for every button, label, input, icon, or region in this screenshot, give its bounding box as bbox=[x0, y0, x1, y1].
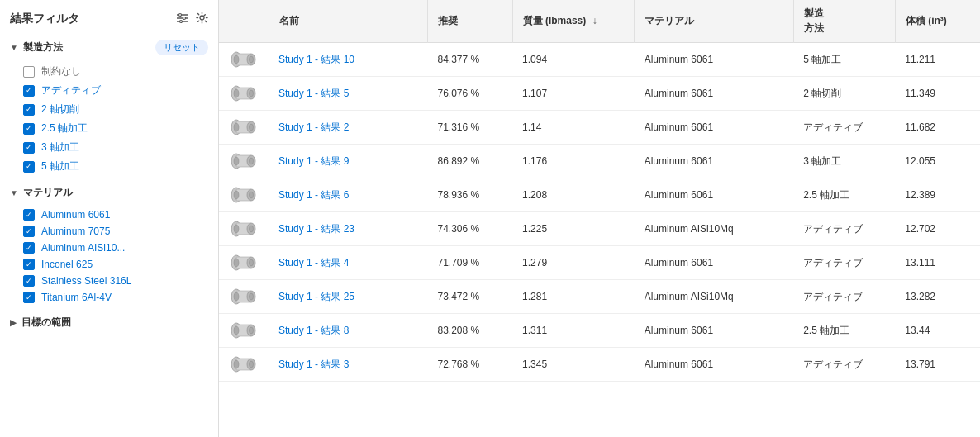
filter-label-alAISi10: Aluminum AISi10... bbox=[41, 242, 125, 254]
cell-icon bbox=[219, 178, 269, 212]
cell-material: Aluminum AISi10Mq bbox=[635, 280, 793, 314]
checkbox-inconel625[interactable] bbox=[23, 259, 35, 270]
cell-name: Study 1 - 結果 10 bbox=[269, 43, 427, 77]
filter-item-5axis[interactable]: 5 軸加工 bbox=[0, 157, 218, 176]
section-objective-header[interactable]: ▶ 目標の範囲 bbox=[0, 311, 218, 335]
svg-point-10 bbox=[234, 55, 239, 64]
filter-item-al6061[interactable]: Aluminum 6061 bbox=[0, 207, 218, 223]
cell-mass: 1.279 bbox=[512, 246, 635, 280]
svg-point-6 bbox=[200, 16, 204, 20]
table-row[interactable]: Study 1 - 結果 471.709 %1.279Aluminum 6061… bbox=[219, 246, 980, 280]
cell-volume: 12.389 bbox=[895, 178, 980, 212]
cell-recommend: 83.208 % bbox=[427, 314, 512, 348]
cell-recommend: 78.936 % bbox=[427, 178, 512, 212]
cell-mass: 1.311 bbox=[512, 314, 635, 348]
checkbox-5axis[interactable] bbox=[23, 161, 35, 173]
filter-item-no-constraint[interactable]: 制約なし bbox=[0, 62, 218, 81]
svg-point-35 bbox=[234, 225, 239, 233]
checkbox-25axis[interactable] bbox=[23, 123, 35, 135]
th-volume[interactable]: 体積 (in³) bbox=[895, 0, 980, 43]
main-content: 名前 推奨 質量 (lbmass) ↓ マテリアル 製造 方法 体積 (in³) bbox=[219, 0, 980, 437]
table-row[interactable]: Study 1 - 結果 2374.306 %1.225Aluminum AIS… bbox=[219, 212, 980, 246]
cell-volume: 11.349 bbox=[895, 77, 980, 111]
checkbox-ti6al4v[interactable] bbox=[23, 292, 35, 303]
svg-point-5 bbox=[180, 20, 183, 22]
table-row[interactable]: Study 1 - 結果 1084.377 %1.094Aluminum 606… bbox=[219, 43, 980, 77]
table-row[interactable]: Study 1 - 結果 678.936 %1.208Aluminum 6061… bbox=[219, 178, 980, 212]
filter-label-no-constraint: 制約なし bbox=[41, 64, 81, 78]
settings-icon[interactable] bbox=[196, 12, 208, 26]
results-table: 名前 推奨 質量 (lbmass) ↓ マテリアル 製造 方法 体積 (in³) bbox=[219, 0, 980, 382]
table-row[interactable]: Study 1 - 結果 883.208 %1.311Aluminum 6061… bbox=[219, 314, 980, 348]
cell-name: Study 1 - 結果 2 bbox=[269, 111, 427, 145]
checkbox-ss316l[interactable] bbox=[23, 275, 35, 287]
section-manufacturing-header[interactable]: ▼ 製造方法 リセット bbox=[0, 35, 218, 60]
cell-volume: 13.282 bbox=[895, 280, 980, 314]
th-mfg: 製造 方法 bbox=[793, 0, 895, 43]
filter-item-al7075[interactable]: Aluminum 7075 bbox=[0, 223, 218, 240]
th-material[interactable]: マテリアル bbox=[635, 0, 793, 43]
checkbox-2axis[interactable] bbox=[23, 104, 35, 116]
checkbox-alAISi10[interactable] bbox=[23, 242, 35, 254]
filter-item-additive[interactable]: アディティブ bbox=[0, 81, 218, 100]
cell-mass: 1.225 bbox=[512, 212, 635, 246]
filter-label-25axis: 2.5 軸加工 bbox=[41, 121, 88, 135]
th-recommend[interactable]: 推奨 bbox=[427, 0, 512, 43]
checkbox-3axis[interactable] bbox=[23, 142, 35, 154]
sort-arrow-mass: ↓ bbox=[592, 15, 597, 26]
cell-volume: 11.682 bbox=[895, 111, 980, 145]
svg-point-56 bbox=[250, 361, 254, 368]
table-row[interactable]: Study 1 - 結果 576.076 %1.107Aluminum 6061… bbox=[219, 77, 980, 111]
th-icon bbox=[219, 0, 269, 43]
section-objective: ▶ 目標の範囲 bbox=[0, 311, 218, 335]
cell-volume: 11.211 bbox=[895, 43, 980, 77]
cell-icon bbox=[219, 314, 269, 348]
filter-item-ti6al4v[interactable]: Titanium 6Al-4V bbox=[0, 289, 218, 306]
filter-icon[interactable] bbox=[176, 12, 189, 26]
filter-item-2axis[interactable]: 2 軸切削 bbox=[0, 100, 218, 119]
cell-name: Study 1 - 結果 9 bbox=[269, 145, 427, 178]
cell-name: Study 1 - 結果 8 bbox=[269, 314, 427, 348]
filter-item-3axis[interactable]: 3 軸加工 bbox=[0, 138, 218, 157]
cell-material: Aluminum 6061 bbox=[635, 348, 793, 382]
svg-point-3 bbox=[179, 13, 182, 16]
cell-mass: 1.107 bbox=[512, 77, 635, 111]
svg-point-20 bbox=[234, 123, 239, 131]
section-material-header[interactable]: ▼ マテリアル bbox=[0, 181, 218, 205]
th-mass[interactable]: 質量 (lbmass) ↓ bbox=[512, 0, 635, 43]
cell-mfg: アディティブ bbox=[793, 212, 895, 246]
sidebar: 結果フィルタ bbox=[0, 0, 219, 437]
checkbox-additive[interactable] bbox=[23, 85, 35, 97]
cell-mfg: アディティブ bbox=[793, 246, 895, 280]
cell-mass: 1.208 bbox=[512, 178, 635, 212]
cell-recommend: 76.076 % bbox=[427, 77, 512, 111]
th-name[interactable]: 名前 bbox=[269, 0, 427, 43]
svg-point-40 bbox=[234, 259, 239, 267]
svg-point-45 bbox=[234, 292, 239, 301]
cell-volume: 13.111 bbox=[895, 246, 980, 280]
table-row[interactable]: Study 1 - 結果 372.768 %1.345Aluminum 6061… bbox=[219, 348, 980, 382]
filter-label-3axis: 3 軸加工 bbox=[41, 140, 79, 154]
filter-label-inconel625: Inconel 625 bbox=[41, 259, 93, 270]
cell-mfg: アディティブ bbox=[793, 348, 895, 382]
table-row[interactable]: Study 1 - 結果 986.892 %1.176Aluminum 6061… bbox=[219, 145, 980, 178]
filter-item-25axis[interactable]: 2.5 軸加工 bbox=[0, 119, 218, 138]
cell-mfg: 5 軸加工 bbox=[793, 43, 895, 77]
cell-mass: 1.094 bbox=[512, 43, 635, 77]
checkbox-no-constraint[interactable] bbox=[23, 66, 35, 78]
checkbox-al6061[interactable] bbox=[23, 209, 35, 221]
table-row[interactable]: Study 1 - 結果 271.316 %1.14Aluminum 6061ア… bbox=[219, 111, 980, 145]
checkbox-al7075[interactable] bbox=[23, 226, 35, 237]
filter-item-ss316l[interactable]: Stainless Steel 316L bbox=[0, 273, 218, 289]
svg-point-41 bbox=[250, 259, 254, 266]
section-manufacturing: ▼ 製造方法 リセット 制約なし アディティブ 2 軸切削 2.5 軸加工 bbox=[0, 35, 218, 179]
cell-material: Aluminum AISi10Mq bbox=[635, 212, 793, 246]
chevron-manufacturing: ▼ bbox=[10, 43, 18, 52]
filter-item-inconel625[interactable]: Inconel 625 bbox=[0, 256, 218, 273]
filter-item-alAISi10[interactable]: Aluminum AISi10... bbox=[0, 240, 218, 256]
table-row[interactable]: Study 1 - 結果 2573.472 %1.281Aluminum AIS… bbox=[219, 280, 980, 314]
cell-icon bbox=[219, 212, 269, 246]
reset-button[interactable]: リセット bbox=[155, 40, 208, 55]
svg-point-15 bbox=[234, 89, 239, 97]
cell-recommend: 84.377 % bbox=[427, 43, 512, 77]
